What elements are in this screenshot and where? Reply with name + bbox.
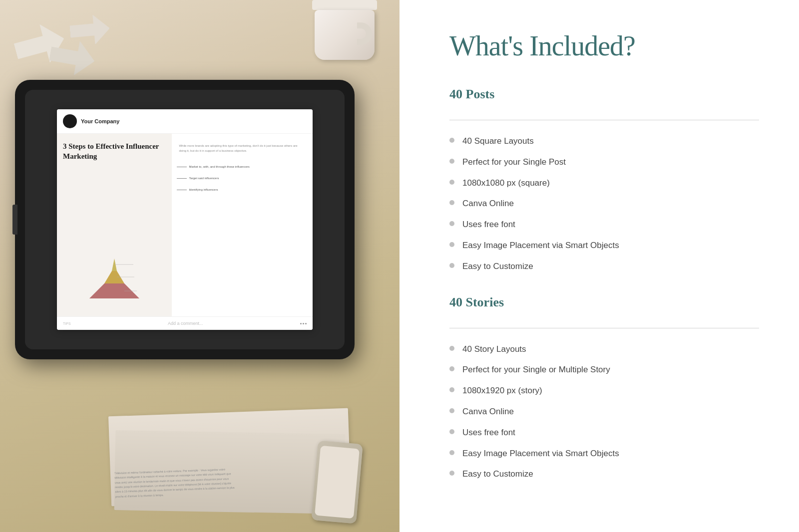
post-label-row: Market to, with, and through these influ… bbox=[177, 165, 308, 169]
list-item: Perfect for your Single Post bbox=[449, 156, 759, 168]
post-avatar bbox=[63, 114, 77, 128]
svg-marker-2 bbox=[112, 259, 117, 271]
feature-text: Uses free font bbox=[462, 219, 515, 231]
triangle-chart bbox=[63, 166, 166, 308]
list-item: Easy Image Placement via Smart Objects bbox=[449, 448, 759, 460]
post-company-name: Your Company bbox=[81, 118, 119, 124]
bullet-icon bbox=[449, 221, 454, 226]
feature-text: Easy Image Placement via Smart Objects bbox=[462, 240, 619, 252]
post-add-comment: Add a comment... bbox=[168, 321, 203, 326]
bullet-icon bbox=[449, 180, 454, 185]
post-label-row-2: Target said influencers bbox=[177, 176, 308, 181]
dot-1 bbox=[300, 323, 302, 324]
list-item: Perfect for your Single or Multiple Stor… bbox=[449, 364, 759, 376]
bullet-icon bbox=[449, 429, 454, 434]
dot-3 bbox=[305, 323, 307, 324]
bullet-icon bbox=[449, 138, 454, 143]
stories-features-list: 40 Story Layouts Perfect for your Single… bbox=[449, 343, 759, 481]
stories-section-title: 40 Stories bbox=[449, 295, 504, 310]
post-right: While more brands are adopting this type… bbox=[172, 134, 313, 316]
posts-divider bbox=[449, 120, 759, 120]
list-item: Easy to Customize bbox=[449, 261, 759, 272]
post-footer: TIPS Add a comment... bbox=[57, 316, 313, 330]
list-item: 40 Story Layouts bbox=[449, 343, 759, 355]
post-label-row-3: Identifying influencers bbox=[177, 188, 308, 192]
feature-text: Canva Online bbox=[462, 406, 514, 418]
feature-text: 1080x1920 px (story) bbox=[462, 385, 542, 397]
paper-arrow-3 bbox=[69, 13, 111, 47]
list-item: Easy to Customize bbox=[449, 468, 759, 480]
post-content: Your Company 3 Steps to Effective Influe… bbox=[57, 109, 313, 330]
paper-arrows bbox=[10, 10, 120, 90]
list-item: Easy Image Placement via Smart Objects bbox=[449, 240, 759, 252]
posts-section: 40 Posts 40 Square Layouts Perfect for y… bbox=[449, 87, 759, 272]
bullet-icon bbox=[449, 408, 454, 413]
bullet-icon bbox=[449, 387, 454, 392]
book-text: Télévision et même l'ordinateur rattaché… bbox=[114, 467, 235, 499]
feature-text: Canva Online bbox=[462, 198, 514, 210]
list-item: Uses free font bbox=[449, 219, 759, 231]
posts-section-header: 40 Posts bbox=[449, 87, 759, 116]
list-item: 1080x1080 px (square) bbox=[449, 177, 759, 189]
cup-rim bbox=[312, 0, 377, 10]
stories-section: 40 Stories 40 Story Layouts Perfect for … bbox=[449, 295, 759, 481]
bullet-icon bbox=[449, 263, 454, 268]
coffee-cup bbox=[305, 0, 385, 65]
tablet-screen: Your Company 3 Steps to Effective Influe… bbox=[25, 90, 345, 349]
pyramid-chart bbox=[79, 244, 149, 303]
feature-text: 40 Story Layouts bbox=[462, 343, 526, 355]
cup-body bbox=[315, 10, 375, 60]
svg-marker-1 bbox=[104, 271, 124, 283]
list-item: 40 Square Layouts bbox=[449, 135, 759, 147]
tablet-home-button bbox=[12, 205, 17, 235]
post-title: 3 Steps to Effective Influencer Marketin… bbox=[63, 142, 166, 161]
stories-divider bbox=[449, 328, 759, 328]
posts-features-list: 40 Square Layouts Perfect for your Singl… bbox=[449, 135, 759, 272]
phone bbox=[311, 440, 363, 524]
right-panel: What's Included? 40 Posts 40 Square Layo… bbox=[400, 0, 799, 532]
dot-2 bbox=[303, 323, 304, 324]
paper-arrow-1 bbox=[10, 19, 69, 70]
list-item: Canva Online bbox=[449, 198, 759, 210]
feature-text: Perfect for your Single Post bbox=[462, 156, 566, 168]
bullet-icon bbox=[449, 200, 454, 205]
list-item: Uses free font bbox=[449, 427, 759, 439]
post-body: 3 Steps to Effective Influencer Marketin… bbox=[57, 134, 313, 316]
bullet-icon bbox=[449, 346, 454, 351]
phone-screen bbox=[315, 446, 360, 519]
stories-section-header: 40 Stories bbox=[449, 295, 759, 324]
bullet-icon bbox=[449, 450, 454, 455]
bullet-icon bbox=[449, 471, 454, 476]
list-item: 1080x1920 px (story) bbox=[449, 385, 759, 397]
bullet-icon bbox=[449, 242, 454, 247]
bullet-icon bbox=[449, 159, 454, 164]
cup-handle bbox=[357, 22, 372, 45]
post-header: Your Company bbox=[57, 109, 313, 134]
post-dots bbox=[300, 323, 307, 324]
feature-text: Uses free font bbox=[462, 427, 515, 439]
post-right-labels: Market to, with, and through these influ… bbox=[177, 165, 308, 192]
feature-text: Easy to Customize bbox=[462, 468, 533, 480]
feature-text: Easy Image Placement via Smart Objects bbox=[462, 448, 619, 460]
list-item: Canva Online bbox=[449, 406, 759, 418]
feature-text: Easy to Customize bbox=[462, 261, 533, 272]
post-tips-label: TIPS bbox=[63, 322, 71, 325]
tablet: Your Company 3 Steps to Effective Influe… bbox=[15, 80, 355, 359]
bullet-icon bbox=[449, 366, 454, 371]
main-heading: What's Included? bbox=[449, 30, 759, 62]
feature-text: 40 Square Layouts bbox=[462, 135, 534, 147]
posts-section-title: 40 Posts bbox=[449, 87, 494, 102]
left-panel: Your Company 3 Steps to Effective Influe… bbox=[0, 0, 400, 532]
feature-text: 1080x1080 px (square) bbox=[462, 177, 550, 189]
feature-text: Perfect for your Single or Multiple Stor… bbox=[462, 364, 610, 376]
post-left: 3 Steps to Effective Influencer Marketin… bbox=[57, 134, 172, 316]
books-area: Télévision et même l'ordinateur rattaché… bbox=[0, 382, 400, 532]
